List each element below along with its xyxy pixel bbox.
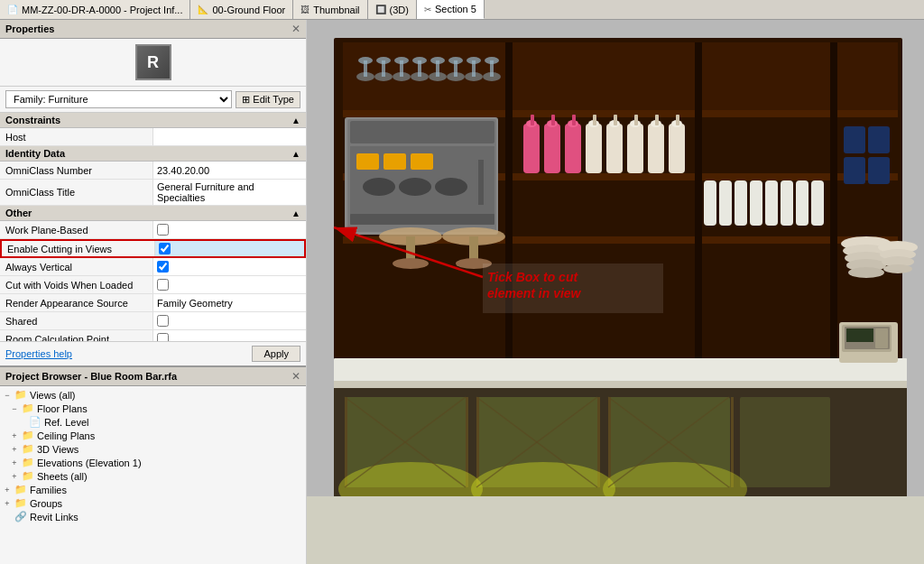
- tree-revit-links[interactable]: 🔗 Revit Links: [0, 510, 306, 523]
- prop-always-vertical-label: Always Vertical: [0, 258, 153, 275]
- svg-rect-71: [844, 157, 865, 184]
- tree-label: Views (all): [30, 390, 76, 401]
- prop-always-vertical-value[interactable]: [153, 258, 306, 275]
- svg-rect-109: [345, 397, 347, 487]
- room-calc-checkbox[interactable]: [157, 333, 169, 341]
- tree-elevations[interactable]: + 📁 Elevations (Elevation 1): [0, 456, 306, 469]
- tree-3d-views[interactable]: + 📁 3D Views: [0, 442, 306, 456]
- browser-close-button[interactable]: ✕: [291, 370, 300, 383]
- svg-point-91: [848, 267, 884, 278]
- svg-rect-8: [830, 42, 837, 363]
- tree-label: Sheets (all): [37, 471, 88, 482]
- svg-point-95: [883, 264, 912, 273]
- family-select[interactable]: Family: Furniture: [5, 90, 232, 108]
- prop-omniclass-title-label: OmniClass Title: [0, 180, 153, 205]
- edit-type-button[interactable]: ⊞ Edit Type: [236, 91, 300, 108]
- svg-rect-65: [655, 115, 659, 125]
- tree-label: Elevations (Elevation 1): [37, 458, 142, 468]
- svg-rect-53: [572, 115, 576, 125]
- prop-host-label: Host: [0, 128, 153, 145]
- enable-cutting-checkbox[interactable]: [159, 243, 171, 254]
- prop-enable-cutting-label: Enable Cutting in Views: [2, 241, 155, 256]
- svg-point-75: [393, 258, 429, 269]
- svg-rect-48: [544, 124, 560, 173]
- tree-groups[interactable]: + 📁 Groups: [0, 496, 306, 510]
- tree-label: Ceiling Plans: [37, 430, 95, 441]
- apply-button[interactable]: Apply: [252, 346, 300, 362]
- tab-project-info[interactable]: 📄 MM-ZZ-00-DR-A-0000 - Project Inf...: [0, 0, 190, 19]
- section-identity-label: Identity Data: [5, 148, 65, 159]
- svg-point-42: [435, 178, 467, 196]
- section-constraints[interactable]: Constraints ▲: [0, 113, 306, 128]
- svg-rect-59: [614, 115, 617, 125]
- section-other[interactable]: Other ▲: [0, 206, 306, 221]
- svg-point-29: [465, 72, 483, 81]
- main-layout: Properties ✕ R Family: Furniture ⊞ Edit …: [0, 20, 924, 564]
- svg-rect-43: [478, 160, 484, 205]
- family-row: Family: Furniture ⊞ Edit Type: [0, 87, 306, 113]
- section-other-arrow: ▲: [291, 208, 300, 218]
- tab-section5[interactable]: ✂ Section 5: [417, 0, 485, 19]
- prop-cut-voids: Cut with Voids When Loaded: [0, 276, 306, 294]
- cut-voids-checkbox[interactable]: [157, 279, 169, 291]
- left-panel: Properties ✕ R Family: Furniture ⊞ Edit …: [0, 20, 307, 564]
- tree-label: 3D Views: [37, 444, 79, 455]
- close-button[interactable]: ✕: [291, 23, 300, 35]
- svg-rect-70: [868, 126, 890, 153]
- prop-room-calc-value[interactable]: [153, 330, 306, 341]
- tab-thumbnail[interactable]: 🖼 Thumbnail: [293, 0, 367, 19]
- always-vertical-checkbox[interactable]: [157, 261, 169, 273]
- svg-point-11: [356, 72, 374, 81]
- link-icon: 🔗: [14, 511, 27, 522]
- folder-icon: 📁: [22, 430, 34, 441]
- folder-icon: 📁: [22, 402, 34, 414]
- bar-scene-svg: Tick Box to cut element in view: [307, 20, 924, 564]
- svg-rect-108: [740, 397, 830, 487]
- tab-thumbnail-label: Thumbnail: [313, 5, 359, 15]
- svg-rect-68: [676, 115, 679, 125]
- svg-rect-85: [796, 180, 808, 226]
- svg-rect-72: [868, 157, 890, 184]
- expand-icon: +: [7, 472, 22, 481]
- svg-rect-103: [875, 328, 888, 348]
- svg-rect-35: [350, 121, 494, 143]
- svg-point-23: [429, 72, 447, 81]
- tree-views-all[interactable]: − 📁 Views (all): [0, 388, 306, 402]
- work-plane-checkbox[interactable]: [157, 224, 169, 236]
- tree-ceiling-plans[interactable]: + 📁 Ceiling Plans: [0, 429, 306, 442]
- section-constraints-label: Constraints: [5, 115, 60, 125]
- expand-icon: −: [7, 404, 22, 413]
- prop-shared-value[interactable]: [153, 312, 306, 329]
- section-identity-data[interactable]: Identity Data ▲: [0, 146, 306, 162]
- tab-project-info-label: MM-ZZ-00-DR-A-0000 - Project Inf...: [22, 5, 182, 15]
- tab-ground-floor[interactable]: 📐 00-Ground Floor: [190, 0, 293, 19]
- tree-sheets[interactable]: + 📁 Sheets (all): [0, 469, 306, 483]
- prop-work-plane-value[interactable]: [153, 221, 306, 238]
- tree-floor-plans[interactable]: − 📁 Floor Plans: [0, 402, 306, 415]
- thumbnail-icon: 🖼: [300, 5, 310, 14]
- folder-icon: 📁: [14, 484, 27, 495]
- prop-enable-cutting: Enable Cutting in Views: [0, 239, 306, 258]
- revit-logo: R: [135, 44, 171, 80]
- prop-cut-voids-value[interactable]: [153, 276, 306, 293]
- prop-always-vertical: Always Vertical: [0, 258, 306, 276]
- expand-icon: +: [7, 458, 22, 467]
- folder-icon: 📁: [14, 389, 27, 401]
- svg-point-20: [411, 72, 429, 81]
- section-constraints-arrow: ▲: [291, 116, 300, 125]
- floor-plan-icon: 📐: [198, 5, 208, 14]
- svg-point-40: [363, 178, 395, 196]
- shared-checkbox[interactable]: [157, 315, 169, 327]
- svg-rect-81: [735, 180, 747, 226]
- prop-work-plane-based: Work Plane-Based: [0, 221, 306, 239]
- tree-families[interactable]: + 📁 Families: [0, 483, 306, 496]
- tab-3d[interactable]: 🔲 (3D): [368, 0, 417, 19]
- prop-enable-cutting-value[interactable]: [155, 241, 304, 256]
- svg-rect-56: [593, 115, 596, 125]
- doc-icon: 📄: [29, 416, 42, 428]
- tree-ref-level[interactable]: 📄 Ref. Level: [0, 415, 306, 429]
- svg-point-32: [483, 72, 501, 81]
- section-icon: ✂: [424, 5, 431, 14]
- properties-help-link[interactable]: Properties help: [5, 348, 72, 359]
- folder-icon: 📁: [22, 457, 34, 468]
